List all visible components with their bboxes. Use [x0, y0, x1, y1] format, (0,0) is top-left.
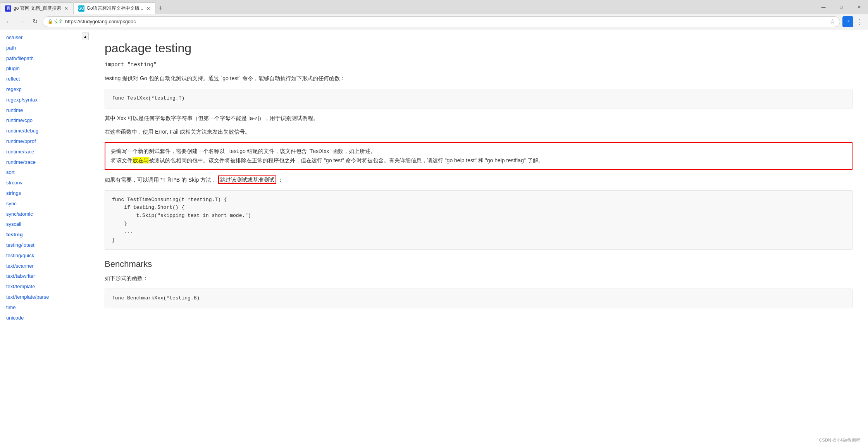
description-1: testing 提供对 Go 包的自动化测试的支持。通过 `go test` 命…: [105, 74, 852, 83]
profile-button[interactable]: P: [842, 16, 853, 27]
sidebar-item-text-template-parse[interactable]: text/template/parse: [0, 292, 89, 303]
package-title: package testing: [105, 41, 852, 55]
yellow-highlight-1: 放在与: [133, 157, 149, 163]
reload-button[interactable]: ↻: [29, 16, 40, 27]
address-bar[interactable]: 🔒 安全 https://studygolang.com/pkgdoc ☆: [43, 16, 840, 27]
sidebar-item-text-scanner[interactable]: text/scanner: [0, 261, 89, 272]
bookmark-icon[interactable]: ☆: [830, 18, 835, 25]
sidebar-item-path-filepath[interactable]: path/filepath: [0, 53, 89, 64]
sidebar-item-runtime-race[interactable]: runtime/race: [0, 147, 89, 157]
tab-2-label: Go语言标准库文档中文版...: [87, 5, 143, 12]
url-display: https://studygolang.com/pkgdoc: [65, 19, 827, 24]
sidebar-item-strconv[interactable]: strconv: [0, 178, 89, 188]
sidebar-item-strings[interactable]: strings: [0, 188, 89, 199]
description-4-end: ：: [278, 177, 283, 183]
import-statement: import "testing": [105, 62, 852, 68]
sidebar-item-text-tabwriter[interactable]: text/tabwriter: [0, 271, 89, 282]
close-button[interactable]: ✕: [850, 0, 868, 14]
tab-1-label: go 官网 文档_百度搜索: [14, 5, 61, 12]
main-content: package testing import "testing" testing…: [89, 29, 868, 447]
sidebar: ▲ os/user path path/filepath plugin refl…: [0, 29, 89, 447]
description-3: 在这些函数中，使用 Error, Fail 或相关方法来发出失败信号。: [105, 127, 852, 137]
sidebar-item-runtime-trace[interactable]: runtime/trace: [0, 157, 89, 168]
tab-1[interactable]: 百 go 官网 文档_百度搜索 ✕: [0, 2, 73, 14]
highlighted-text-part2: 将该文件放在与被测试的包相同的包中。该文件将被排除在正常的程序包之外，但在运行 …: [111, 157, 544, 163]
sidebar-item-syscall[interactable]: syscall: [0, 219, 89, 230]
new-tab-button[interactable]: +: [155, 2, 166, 14]
sidebar-item-testing-quick[interactable]: testing/quick: [0, 251, 89, 261]
description-4-text: 如果有需要，可以调用 *T 和 *B 的 Skip 方法，: [105, 177, 217, 183]
benchmarks-title: Benchmarks: [105, 259, 852, 269]
forward-button[interactable]: →: [16, 16, 27, 27]
code-block-3: func BenchmarkXxx(*testing.B): [105, 289, 852, 308]
description-2: 其中 Xxx 可以是任何字母数字字符串（但第一个字母不能是 [a-z]），用于识…: [105, 114, 852, 123]
code-line-4: }: [112, 220, 845, 228]
sidebar-item-reflect[interactable]: reflect: [0, 74, 89, 84]
sidebar-item-regexp[interactable]: regexp: [0, 84, 89, 95]
sidebar-item-os-user[interactable]: os/user: [0, 33, 89, 43]
sidebar-item-regexp-syntax[interactable]: regexp/syntax: [0, 95, 89, 105]
sidebar-item-runtime-pprof[interactable]: runtime/pprof: [0, 136, 89, 147]
csdn-watermark: CSDN @小猫#教编程: [819, 437, 860, 443]
sidebar-item-time[interactable]: time: [0, 303, 89, 313]
code-line-2: if testing.Short() {: [112, 204, 845, 212]
sidebar-item-sync-atomic[interactable]: sync/atomic: [0, 209, 89, 220]
nav-bar: ← → ↻ 🔒 安全 https://studygolang.com/pkgdo…: [0, 14, 868, 29]
tab-1-close[interactable]: ✕: [64, 6, 68, 11]
sidebar-item-sort[interactable]: sort: [0, 167, 89, 178]
highlighted-section: 要编写一个新的测试套件，需要创建一个名称以 _test.go 结尾的文件，该文件…: [105, 142, 852, 170]
code-line-3: t.Skip("skipping test in short mode."): [112, 212, 845, 220]
sidebar-item-text-template[interactable]: text/template: [0, 282, 89, 292]
code-block-2: func TestTimeConsuming(t *testing.T) { i…: [105, 190, 852, 250]
lock-icon: 🔒: [48, 19, 53, 24]
tab-1-favicon: 百: [5, 5, 11, 12]
sidebar-scroll-up[interactable]: ▲: [82, 33, 89, 40]
sidebar-item-path[interactable]: path: [0, 43, 89, 53]
sidebar-item-sync[interactable]: sync: [0, 199, 89, 209]
tab-bar: 百 go 官网 文档_百度搜索 ✕ GO Go语言标准库文档中文版... ✕ +…: [0, 0, 868, 14]
page-layout: ▲ os/user path path/filepath plugin refl…: [0, 29, 868, 447]
inline-red-highlight: 跳过该测试或基准测试: [218, 175, 276, 184]
secure-indicator: 🔒 安全: [48, 19, 63, 24]
window-controls: — □ ✕: [815, 0, 868, 14]
tab-2[interactable]: GO Go语言标准库文档中文版... ✕: [73, 2, 155, 14]
nav-right-controls: P ⋮: [842, 16, 865, 27]
tab-2-close[interactable]: ✕: [146, 6, 150, 11]
browser-wrapper: 百 go 官网 文档_百度搜索 ✕ GO Go语言标准库文档中文版... ✕ +…: [0, 0, 868, 29]
description-4: 如果有需要，可以调用 *T 和 *B 的 Skip 方法， 跳过该测试或基准测试…: [105, 175, 852, 185]
sidebar-item-testing[interactable]: testing: [0, 230, 89, 240]
sidebar-item-testing-iotest[interactable]: testing/iotest: [0, 240, 89, 251]
code-line-1: func TestTimeConsuming(t *testing.T) {: [112, 196, 845, 204]
secure-label: 安全: [54, 19, 63, 24]
back-button[interactable]: ←: [3, 16, 14, 27]
benchmarks-desc: 如下形式的函数：: [105, 274, 852, 283]
sidebar-item-runtime[interactable]: runtime: [0, 105, 89, 116]
more-menu-button[interactable]: ⋮: [855, 17, 865, 26]
sidebar-item-plugin[interactable]: plugin: [0, 64, 89, 74]
sidebar-item-runtime-cgo[interactable]: runtime/cgo: [0, 115, 89, 126]
minimize-button[interactable]: —: [815, 0, 832, 14]
sidebar-item-runtime-debug[interactable]: runtime/debug: [0, 126, 89, 136]
sidebar-item-unicode[interactable]: unicode: [0, 313, 89, 323]
maximize-button[interactable]: □: [832, 0, 850, 14]
highlighted-text-part1: 要编写一个新的测试套件，需要创建一个名称以 _test.go 结尾的文件，该文件…: [111, 148, 376, 154]
code-line-5: ...: [112, 228, 845, 236]
code-block-1: func TestXxx(*testing.T): [105, 89, 852, 108]
tab-2-favicon: GO: [78, 5, 84, 12]
code-line-6: }: [112, 236, 845, 244]
